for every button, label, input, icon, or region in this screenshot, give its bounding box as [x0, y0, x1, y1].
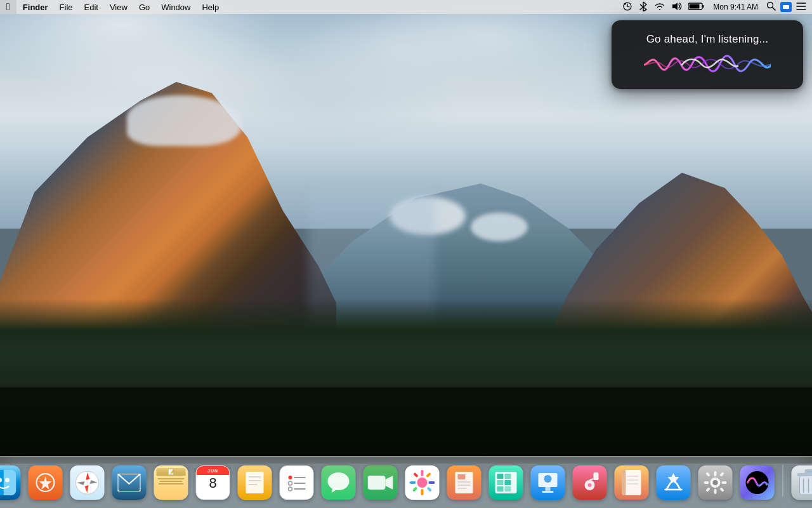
dock-item-messages[interactable] [320, 464, 358, 502]
svg-point-39 [328, 472, 350, 490]
svg-rect-91 [805, 469, 813, 474]
svg-rect-84 [705, 472, 710, 477]
svg-rect-41 [368, 476, 386, 490]
svg-rect-58 [497, 474, 504, 479]
snow-center-2 [471, 213, 528, 241]
dock-item-safari[interactable] [69, 464, 107, 502]
svg-rect-44 [421, 470, 424, 476]
menubar-right: Mon 9:41 AM [620, 1, 812, 13]
svg-point-35 [289, 481, 292, 485]
dock-item-notes[interactable]: 📝 [152, 464, 190, 502]
bluetooth-icon[interactable] [637, 1, 650, 13]
wifi-icon[interactable] [652, 2, 667, 13]
siri-menu-icon[interactable] [780, 2, 792, 12]
dock-item-pages[interactable] [445, 464, 483, 502]
siri-waveform [644, 53, 771, 76]
svg-rect-65 [546, 487, 551, 491]
dock-items-container: 📝 JUN 8 [0, 464, 812, 505]
dock-item-system-preferences[interactable] [697, 464, 735, 502]
svg-rect-53 [458, 474, 466, 479]
svg-marker-19 [39, 476, 52, 490]
dock-item-photos[interactable] [403, 464, 442, 502]
svg-point-79 [713, 480, 718, 485]
dock-item-launchpad[interactable] [27, 464, 65, 502]
dock-item-ibooks[interactable] [613, 464, 651, 502]
svg-point-17 [5, 478, 10, 483]
dock-item-mail[interactable] [110, 464, 148, 502]
dock-item-reminders[interactable] [278, 464, 316, 502]
dock-item-facetime[interactable] [362, 464, 400, 502]
svg-rect-59 [505, 474, 511, 479]
svg-point-33 [289, 476, 292, 479]
svg-point-67 [544, 475, 552, 483]
svg-rect-66 [542, 491, 554, 493]
siri-popup: Go ahead, I'm listening... [612, 20, 803, 89]
svg-rect-45 [421, 489, 424, 495]
svg-rect-87 [719, 487, 724, 492]
svg-rect-61 [505, 480, 511, 485]
notification-center-icon[interactable] [794, 2, 808, 13]
svg-rect-85 [719, 472, 724, 477]
time-machine-icon[interactable] [620, 1, 634, 13]
ground [0, 387, 812, 464]
svg-line-2 [627, 6, 629, 7]
svg-rect-9 [783, 5, 789, 9]
svg-rect-49 [426, 472, 431, 478]
dock-item-trash[interactable] [790, 464, 813, 502]
dock-item-finder[interactable] [0, 464, 23, 502]
dock-item-siri[interactable] [738, 464, 776, 502]
svg-rect-47 [429, 481, 435, 484]
menubar-time[interactable]: Mon 9:41 AM [709, 3, 762, 11]
menubar-left:  Finder File Edit View Go Window Help [0, 0, 224, 14]
svg-rect-46 [410, 481, 416, 484]
svg-rect-60 [497, 480, 504, 485]
apple-menu[interactable]:  [0, 0, 16, 14]
svg-rect-51 [427, 486, 432, 491]
file-menu[interactable]: File [55, 0, 78, 14]
svg-point-43 [417, 478, 428, 488]
svg-marker-3 [672, 3, 678, 10]
battery-icon[interactable] [686, 2, 707, 13]
svg-rect-89 [800, 476, 813, 495]
volume-icon[interactable] [670, 2, 684, 13]
view-menu[interactable]: View [105, 0, 133, 14]
svg-point-69 [588, 483, 592, 487]
svg-rect-83 [722, 481, 727, 484]
dock-item-keynote[interactable] [529, 464, 567, 502]
svg-rect-6 [690, 4, 700, 8]
svg-rect-15 [0, 470, 4, 495]
go-menu[interactable]: Go [134, 0, 155, 14]
dock-item-calendar[interactable]: JUN 8 [194, 464, 232, 502]
help-menu[interactable]: Help [197, 0, 224, 14]
window-menu[interactable]: Window [156, 0, 195, 14]
svg-rect-73 [622, 470, 626, 495]
desktop:  Finder File Edit View Go Window Help [0, 0, 812, 508]
dock-item-numbers[interactable] [487, 464, 525, 502]
svg-rect-82 [704, 481, 709, 484]
svg-rect-63 [505, 486, 511, 491]
dock: 📝 JUN 8 [0, 453, 812, 508]
svg-rect-70 [594, 472, 599, 480]
finder-menu[interactable]: Finder [18, 0, 53, 14]
siri-listening-text: Go ahead, I'm listening... [646, 33, 769, 46]
svg-rect-81 [714, 489, 717, 494]
dock-separator [783, 465, 783, 497]
svg-rect-50 [412, 486, 417, 491]
svg-rect-86 [705, 487, 710, 492]
svg-rect-29 [246, 472, 264, 493]
svg-rect-80 [714, 471, 717, 476]
svg-rect-5 [702, 5, 704, 8]
dock-item-itunes[interactable] [571, 464, 609, 502]
edit-menu[interactable]: Edit [79, 0, 103, 14]
dock-item-stickies[interactable] [236, 464, 274, 502]
svg-marker-42 [386, 476, 393, 490]
svg-line-8 [773, 8, 776, 11]
menubar:  Finder File Edit View Go Window Help [0, 0, 812, 14]
svg-line-71 [590, 479, 594, 480]
dock-item-appstore[interactable] [655, 464, 693, 502]
svg-rect-48 [413, 472, 418, 478]
spotlight-search-icon[interactable] [764, 1, 778, 13]
svg-point-37 [289, 487, 292, 491]
svg-rect-62 [497, 486, 504, 491]
